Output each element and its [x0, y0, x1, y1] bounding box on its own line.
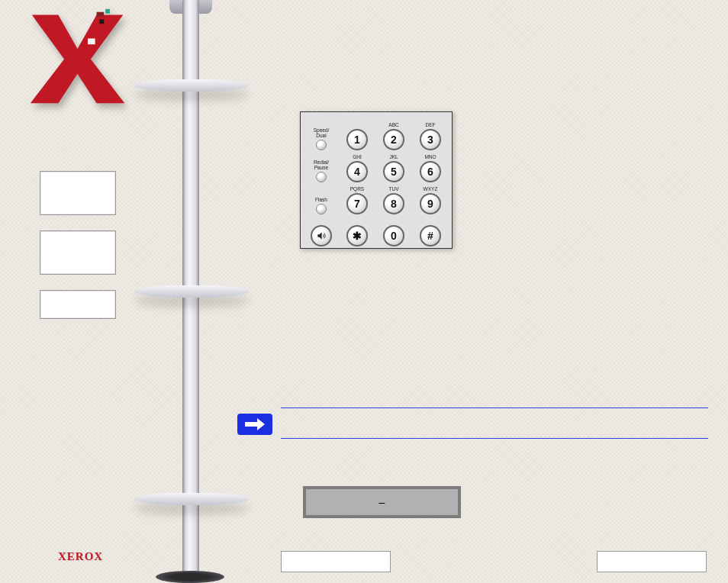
- rule: [281, 438, 708, 439]
- svg-rect-3: [99, 19, 104, 24]
- key-label: ABC: [380, 122, 407, 127]
- key-label: DEF: [417, 122, 444, 127]
- key-4[interactable]: 4: [346, 161, 368, 182]
- nav-box[interactable]: [40, 171, 116, 215]
- key-1[interactable]: 1: [346, 129, 368, 150]
- key-label: [343, 122, 371, 127]
- svg-rect-2: [105, 9, 110, 14]
- key-label: [380, 218, 407, 224]
- key-8[interactable]: 8: [383, 193, 404, 214]
- redial-pause-label: Redial/ Pause: [308, 159, 334, 170]
- key-star[interactable]: ✱: [346, 225, 368, 246]
- flash-label: Flash: [308, 197, 334, 202]
- speed-dual-label: Speed/ Dual: [308, 127, 334, 138]
- redial-pause-led[interactable]: [316, 172, 327, 182]
- svg-rect-4: [88, 38, 95, 44]
- key-3[interactable]: 3: [420, 129, 441, 150]
- key-label: GHI: [343, 154, 371, 159]
- search-button[interactable]: –: [303, 486, 461, 518]
- flash-led-group: Flash: [308, 197, 334, 214]
- key-label: WXYZ: [417, 186, 444, 192]
- shelf: [134, 493, 249, 511]
- speed-dual-led-group: Speed/ Dual: [308, 127, 334, 150]
- key-speaker[interactable]: [311, 225, 332, 246]
- footer-nav-next[interactable]: [597, 551, 707, 572]
- speed-dual-led[interactable]: [316, 140, 327, 150]
- rule: [281, 407, 708, 408]
- key-label: MNO: [417, 154, 444, 159]
- key-9[interactable]: 9: [420, 193, 441, 214]
- key-label: [417, 218, 444, 224]
- nav-box[interactable]: [40, 290, 116, 319]
- key-7[interactable]: 7: [346, 193, 368, 214]
- xerox-logo: [26, 6, 129, 109]
- footer-brand: XEROX: [58, 550, 103, 563]
- next-arrow-button[interactable]: [237, 414, 272, 435]
- key-0[interactable]: 0: [383, 225, 404, 246]
- key-label: JKL: [380, 154, 407, 159]
- key-hash[interactable]: #: [420, 225, 441, 246]
- search-button-label: –: [379, 496, 385, 508]
- svg-rect-1: [97, 12, 105, 17]
- shelf: [134, 79, 249, 98]
- flash-led[interactable]: [316, 204, 327, 214]
- key-label: [343, 218, 371, 224]
- shelf: [134, 285, 249, 304]
- key-2[interactable]: 2: [383, 129, 404, 150]
- key-5[interactable]: 5: [383, 161, 404, 182]
- pillar-base: [156, 571, 224, 583]
- key-label: PQRS: [343, 186, 371, 192]
- nav-box[interactable]: [40, 230, 116, 275]
- key-label: TUV: [380, 186, 407, 192]
- key-6[interactable]: 6: [420, 161, 441, 182]
- dial-keypad: Speed/ Dual 1 ABC2 DEF3 Redial/ Pause GH…: [300, 111, 453, 249]
- footer-nav-prev[interactable]: [281, 551, 391, 572]
- svg-marker-0: [31, 15, 124, 104]
- key-label: [308, 218, 334, 224]
- redial-pause-led-group: Redial/ Pause: [308, 159, 334, 182]
